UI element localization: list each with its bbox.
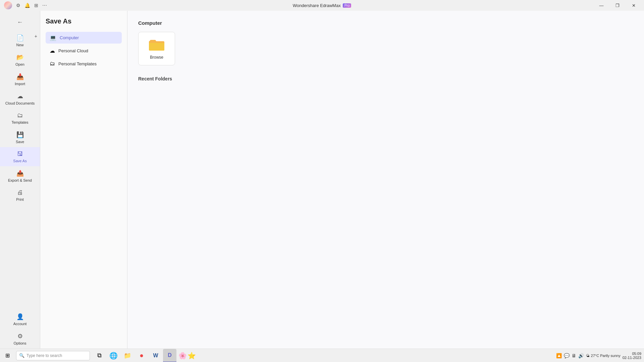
sidebar-item-cloud-label: Cloud Documents [5, 101, 35, 105]
sidebar-item-templates[interactable]: 🗂 Templates [0, 109, 40, 128]
cloud-documents-icon: ☁ [17, 93, 23, 100]
personal-cloud-icon: ☁ [50, 48, 55, 54]
taskbar-app-edraw[interactable]: D [163, 349, 176, 362]
new-icon: 📄 [16, 34, 24, 42]
taskbar-app-edge[interactable]: 🌐 [107, 349, 120, 362]
restore-button[interactable]: ❐ [610, 0, 625, 11]
settings-icon[interactable]: ⚙ [16, 3, 20, 8]
sidebar-item-import[interactable]: 📥 Import [0, 70, 40, 89]
sub-nav-personal-cloud[interactable]: ☁ Personal Cloud [46, 45, 122, 57]
search-placeholder: Type here to search [26, 353, 62, 358]
sidebar-bottom: 👤 Account ⚙ Options [0, 310, 40, 349]
display-icon[interactable]: 🖥 [572, 353, 576, 358]
pro-badge: Pro [343, 3, 352, 8]
sidebar-item-new-label: New [16, 43, 23, 47]
computer-section-title: Computer [138, 20, 633, 26]
plus-icon: + [35, 34, 37, 39]
sidebar-item-cloud-documents[interactable]: ☁ Cloud Documents [0, 89, 40, 109]
sidebar-item-templates-label: Templates [11, 120, 28, 124]
sidebar-item-options-label: Options [14, 341, 26, 345]
weather-text: 27°C Partly sunny [591, 354, 621, 358]
taskbar-search-box[interactable]: 🔍 Type here to search [16, 351, 90, 360]
browse-label: Browse [150, 55, 163, 60]
sidebar-item-new[interactable]: 📄 New + [0, 31, 40, 50]
sidebar-item-print[interactable]: 🖨 Print [0, 186, 40, 205]
save-as-panel: Save As 💻 Computer ☁ Personal Cloud 🗂 Pe… [40, 11, 127, 349]
taskbar-app-word[interactable]: W [149, 349, 162, 362]
sidebar-item-open-label: Open [15, 62, 24, 66]
browse-card[interactable]: Browse [138, 32, 175, 65]
flower-icon-2: ⭐ [187, 352, 196, 360]
sidebar-item-export-label: Export & Send [8, 178, 32, 182]
taskbar-right: 🔼 💬 🖥 🔊 🌤 27°C Partly sunny 05:09 02-11-… [556, 352, 644, 360]
folder-icon-wrap [149, 38, 165, 52]
file-explorer-icon: 📁 [124, 352, 131, 359]
minimize-button[interactable]: — [594, 0, 609, 11]
main-content: Computer Browse Recent Folders [127, 11, 644, 349]
bell-icon[interactable]: 🔔 [24, 3, 30, 8]
word-icon: W [153, 353, 158, 359]
taskbar-time[interactable]: 05:09 02-11-2023 [623, 352, 641, 360]
share-icon[interactable]: ⊞ [34, 3, 38, 8]
templates-icon: 🗂 [17, 112, 23, 119]
sidebar-item-print-label: Print [16, 197, 24, 201]
app-name: Wondershare EdrawMax [293, 3, 341, 8]
computer-icon: 💻 [50, 35, 56, 41]
title-bar: ⚙ 🔔 ⊞ ⋯ Wondershare EdrawMax Pro — ❐ ✕ [0, 0, 644, 11]
sub-nav-computer-label: Computer [60, 35, 79, 40]
sidebar-item-open[interactable]: 📂 Open [0, 50, 40, 70]
back-button[interactable]: ← [13, 15, 28, 29]
sidebar-item-save-as[interactable]: 🖫 Save As [0, 147, 40, 166]
chat-icon[interactable]: 💬 [564, 353, 570, 358]
taskbar-apps: ⧉ 🌐 📁 ● W D [93, 349, 176, 362]
taskbar-extra-icons: 🌸 ⭐ [178, 352, 196, 360]
import-icon: 📥 [16, 73, 24, 80]
volume-icon[interactable]: 🔊 [578, 353, 584, 358]
sidebar-item-save-label: Save [16, 140, 24, 144]
app-container: ← 📄 New + 📂 Open 📥 Import ☁ Cloud Docume… [0, 11, 644, 349]
taskbar-app-task-view[interactable]: ⧉ [93, 349, 106, 362]
avatar[interactable] [4, 1, 12, 9]
start-icon: ⊞ [5, 352, 10, 359]
sidebar-left: ← 📄 New + 📂 Open 📥 Import ☁ Cloud Docume… [0, 11, 40, 349]
app-title-area: Wondershare EdrawMax Pro [293, 3, 351, 8]
taskbar-app-file-explorer[interactable]: 📁 [121, 349, 134, 362]
more-icon[interactable]: ⋯ [42, 3, 47, 8]
back-icon: ← [17, 19, 23, 26]
sidebar-item-account[interactable]: 👤 Account [0, 310, 40, 329]
title-bar-left-icons: ⚙ 🔔 ⊞ ⋯ [4, 1, 47, 9]
time-display: 05:09 [632, 352, 641, 356]
sidebar-item-save[interactable]: 💾 Save [0, 128, 40, 147]
date-display: 02-11-2023 [623, 356, 641, 360]
task-view-icon: ⧉ [97, 352, 102, 359]
edge-icon: 🌐 [109, 352, 118, 360]
taskbar-app-chrome[interactable]: ● [135, 349, 148, 362]
start-button[interactable]: ⊞ [0, 349, 15, 362]
taskbar-weather[interactable]: 🌤 27°C Partly sunny [586, 354, 621, 358]
sub-nav-computer[interactable]: 💻 Computer [46, 32, 122, 44]
notification-icon[interactable]: 🔼 [556, 353, 562, 358]
sub-nav-personal-cloud-label: Personal Cloud [58, 48, 88, 53]
taskbar: ⊞ 🔍 Type here to search ⧉ 🌐 📁 ● W D 🌸 ⭐ … [0, 349, 644, 362]
search-icon: 🔍 [19, 353, 24, 358]
edraw-icon: D [168, 352, 172, 358]
options-icon: ⚙ [17, 333, 23, 340]
sidebar-item-export-send[interactable]: 📤 Export & Send [0, 166, 40, 186]
chrome-icon: ● [140, 352, 144, 359]
save-as-icon: 🖫 [17, 150, 23, 158]
sidebar-item-options[interactable]: ⚙ Options [0, 329, 40, 349]
sidebar-item-account-label: Account [13, 322, 27, 326]
personal-templates-icon: 🗂 [50, 61, 55, 67]
weather-icon: 🌤 [586, 354, 590, 358]
panel-title: Save As [46, 17, 122, 25]
close-button[interactable]: ✕ [626, 0, 641, 11]
recent-folders-title: Recent Folders [138, 76, 633, 81]
folder-svg [149, 38, 165, 51]
sidebar-item-import-label: Import [15, 82, 25, 86]
export-icon: 📤 [16, 170, 24, 177]
taskbar-system-icons: 🔼 💬 🖥 🔊 [556, 353, 584, 358]
sub-nav-personal-templates[interactable]: 🗂 Personal Templates [46, 58, 122, 69]
save-icon: 💾 [16, 131, 24, 138]
sidebar-item-save-as-label: Save As [13, 159, 26, 163]
open-icon: 📂 [16, 54, 24, 61]
